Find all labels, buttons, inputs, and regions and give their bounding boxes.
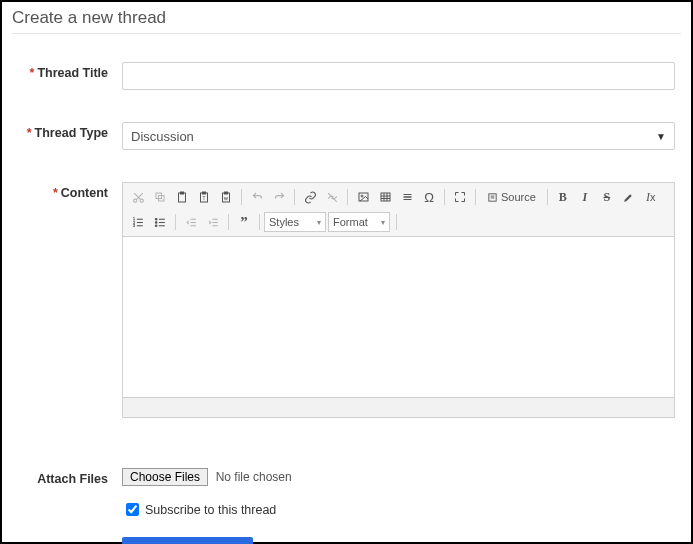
paste-word-icon[interactable]: W [215, 186, 237, 208]
styles-dropdown[interactable]: Styles▾ [264, 212, 326, 232]
svg-text:3: 3 [133, 223, 135, 227]
required-marker: * [30, 66, 35, 80]
editor-footer [123, 397, 674, 417]
label-thread-title: *Thread Title [12, 62, 122, 80]
rich-text-editor: T W [122, 182, 675, 418]
label-content: *Content [12, 182, 122, 200]
toolbar-separator [241, 189, 242, 205]
bullet-list-icon[interactable] [149, 211, 171, 233]
toolbar-separator [228, 214, 229, 230]
unlink-icon[interactable] [321, 186, 343, 208]
create-thread-form: Create a new thread *Thread Title *Threa… [0, 0, 693, 544]
thread-title-input[interactable] [122, 62, 675, 90]
chevron-down-icon: ▾ [381, 218, 385, 227]
table-icon[interactable] [374, 186, 396, 208]
toolbar-separator [444, 189, 445, 205]
svg-point-39 [155, 224, 157, 226]
svg-point-16 [361, 195, 363, 197]
svg-rect-17 [381, 193, 390, 201]
svg-rect-12 [225, 192, 228, 194]
format-dropdown[interactable]: Format▾ [328, 212, 390, 232]
row-thread-title: *Thread Title [12, 62, 681, 90]
thread-type-select[interactable]: Discussion ▼ [122, 122, 675, 150]
highlight-icon[interactable] [618, 186, 640, 208]
toolbar-separator [175, 214, 176, 230]
redo-icon[interactable] [268, 186, 290, 208]
toolbar-separator [347, 189, 348, 205]
remove-format-button[interactable]: Ix [640, 186, 662, 208]
required-marker: * [53, 186, 58, 200]
svg-point-38 [155, 221, 157, 223]
copy-icon[interactable] [149, 186, 171, 208]
italic-button[interactable]: I [574, 186, 596, 208]
editor-content-area[interactable] [123, 237, 674, 397]
strike-button[interactable]: S [596, 186, 618, 208]
undo-icon[interactable] [246, 186, 268, 208]
source-button[interactable]: Source [480, 186, 543, 208]
link-icon[interactable] [299, 186, 321, 208]
bold-button[interactable]: B [552, 186, 574, 208]
row-attach-files: Attach Files Choose Files No file chosen [12, 468, 681, 486]
svg-rect-7 [181, 192, 184, 194]
indent-icon[interactable] [202, 211, 224, 233]
editor-toolbar: T W [123, 183, 674, 237]
toolbar-separator [259, 214, 260, 230]
svg-text:T: T [203, 196, 206, 201]
toolbar-separator [396, 214, 397, 230]
cut-icon[interactable] [127, 186, 149, 208]
file-status-text: No file chosen [216, 470, 292, 484]
svg-rect-9 [203, 192, 206, 194]
paste-text-icon[interactable]: T [193, 186, 215, 208]
choose-files-button[interactable]: Choose Files [122, 468, 208, 486]
subscribe-label: Subscribe to this thread [145, 503, 276, 517]
outdent-icon[interactable] [180, 211, 202, 233]
required-marker: * [27, 126, 32, 140]
label-thread-type: *Thread Type [12, 122, 122, 140]
create-thread-button[interactable]: Create this thread [122, 537, 253, 544]
blockquote-icon[interactable]: ” [233, 211, 255, 233]
special-char-icon[interactable]: Ω [418, 186, 440, 208]
label-attach-files: Attach Files [12, 468, 122, 486]
toolbar-separator [294, 189, 295, 205]
horizontal-rule-icon[interactable] [396, 186, 418, 208]
chevron-down-icon: ▼ [656, 131, 666, 142]
maximize-icon[interactable] [449, 186, 471, 208]
toolbar-separator [547, 189, 548, 205]
toolbar-separator [475, 189, 476, 205]
thread-type-selected: Discussion [131, 129, 194, 144]
chevron-down-icon: ▾ [317, 218, 321, 227]
image-icon[interactable] [352, 186, 374, 208]
row-content: *Content T [12, 182, 681, 418]
svg-point-37 [155, 218, 157, 220]
subscribe-row: Subscribe to this thread [122, 500, 681, 519]
subscribe-checkbox[interactable] [126, 503, 139, 516]
row-thread-type: *Thread Type Discussion ▼ [12, 122, 681, 150]
paste-icon[interactable] [171, 186, 193, 208]
page-title: Create a new thread [12, 6, 681, 34]
svg-text:W: W [224, 196, 228, 201]
numbered-list-icon[interactable]: 123 [127, 211, 149, 233]
